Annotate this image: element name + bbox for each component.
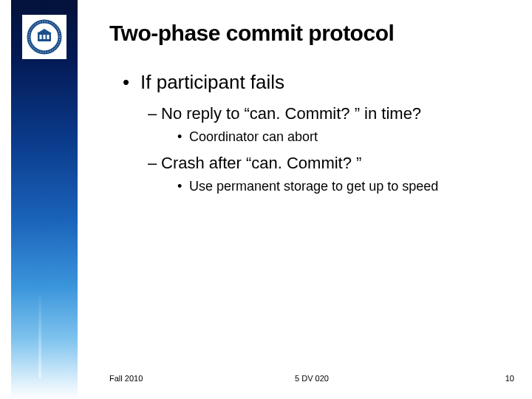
footer-page-number: 10	[505, 374, 514, 383]
svg-rect-4	[44, 35, 46, 39]
content-area: Two-phase commit protocol If participant…	[89, 0, 532, 399]
slide-title: Two-phase commit protocol	[109, 21, 514, 46]
sidebar	[0, 0, 89, 399]
university-logo	[22, 15, 66, 59]
bullet-level2: Crash after “can. Commit? ”	[148, 154, 514, 173]
svg-rect-3	[40, 35, 42, 39]
bullet-level2: No reply to “can. Commit? ” in time?	[148, 104, 514, 123]
bullet-level1: If participant fails	[123, 71, 514, 94]
footer-center: 5 DV 020	[109, 374, 514, 383]
footer: Fall 2010 5 DV 020 10	[109, 374, 514, 383]
bullet-list: If participant fails No reply to “can. C…	[109, 71, 514, 194]
bullet-level3: Use permanent storage to get up to speed	[177, 179, 514, 194]
footer-left: Fall 2010	[109, 374, 143, 383]
svg-rect-5	[47, 35, 50, 39]
seal-icon	[27, 19, 62, 55]
slide: Two-phase commit protocol If participant…	[0, 0, 532, 399]
sidebar-gradient	[11, 0, 78, 399]
bullet-level3: Coordinator can abort	[177, 129, 514, 145]
